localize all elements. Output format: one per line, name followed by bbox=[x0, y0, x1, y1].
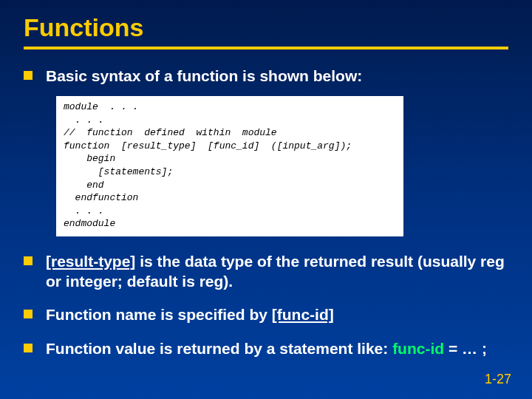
code-line: module . . . bbox=[64, 101, 138, 112]
bullet-item-1: Basic syntax of a function is shown belo… bbox=[24, 66, 508, 86]
bullet-marker-icon bbox=[24, 344, 33, 352]
bullet-text-3: Function name is specified by [func-id] bbox=[46, 304, 508, 324]
text-span: = … ; bbox=[444, 340, 487, 357]
underline-text: [result-type] bbox=[46, 253, 135, 270]
slide-title: Functions bbox=[24, 13, 508, 42]
code-block: module . . . . . . // function defined w… bbox=[56, 96, 403, 236]
bullet-marker-icon bbox=[24, 310, 33, 318]
bullet-text-2: [result-type] is the data type of the re… bbox=[46, 251, 508, 292]
bullet-text-1: Basic syntax of a function is shown belo… bbox=[46, 66, 508, 86]
highlight-text: func-id bbox=[392, 340, 444, 357]
code-line: endmodule bbox=[64, 218, 115, 229]
bullet-item-4: Function value is returned by a statemen… bbox=[24, 338, 508, 358]
bullet-marker-icon bbox=[24, 256, 33, 265]
code-line: . . . bbox=[64, 115, 104, 126]
code-line: [statements]; bbox=[64, 166, 173, 177]
code-line: . . . bbox=[64, 205, 104, 216]
bullet-marker-icon bbox=[24, 71, 33, 80]
bullet-list: Basic syntax of a function is shown belo… bbox=[24, 66, 508, 86]
text-span: Function name bbox=[46, 306, 156, 323]
code-line: end bbox=[64, 180, 104, 191]
bullet-item-2: [result-type] is the data type of the re… bbox=[24, 251, 508, 292]
slide: Functions Basic syntax of a function is … bbox=[0, 0, 532, 399]
underline-text: [func-id] bbox=[272, 306, 334, 323]
code-line: begin bbox=[64, 153, 115, 164]
code-line: endfunction bbox=[64, 192, 138, 203]
text-span: is specified by bbox=[156, 306, 271, 323]
bullet-item-3: Function name is specified by [func-id] bbox=[24, 304, 508, 324]
title-divider bbox=[24, 47, 508, 50]
bullet-list-2: [result-type] is the data type of the re… bbox=[24, 251, 508, 358]
text-span: Function value is returned by a statemen… bbox=[46, 340, 392, 357]
slide-number: 1-27 bbox=[485, 372, 511, 387]
code-line: // function defined within module bbox=[64, 127, 277, 138]
bullet-text-4: Function value is returned by a statemen… bbox=[46, 338, 508, 358]
code-line: function [result_type] [func_id] ([input… bbox=[64, 140, 352, 151]
